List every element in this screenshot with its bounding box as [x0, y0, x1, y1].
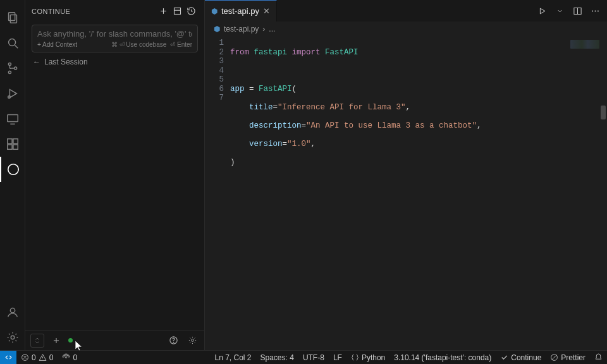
breadcrumb-sep: › [262, 25, 265, 33]
check-icon [500, 353, 508, 361]
cursor-position[interactable]: Ln 7, Col 2 [210, 351, 255, 364]
breadcrumb[interactable]: ⬢ test-api.py › ... [205, 22, 607, 36]
breadcrumb-more: ... [269, 25, 275, 33]
continue-sidebar: CONTINUE + Add Context ⌘ ⏎ Use codebase … [25, 0, 205, 350]
toggle-fullscreen-icon[interactable] [170, 4, 184, 18]
editor-body[interactable]: 1 2 3 4 5 6 7 from fastapi import FastAP… [205, 36, 607, 350]
svg-rect-1 [10, 15, 16, 23]
problems-item[interactable]: 0 0 [16, 351, 58, 364]
help-icon[interactable] [166, 334, 180, 348]
notifications-icon[interactable] [590, 351, 607, 364]
chat-input[interactable] [37, 29, 192, 39]
svg-marker-7 [9, 90, 16, 98]
svg-point-2 [8, 39, 15, 46]
language-mode[interactable]: Python [346, 351, 389, 364]
run-dropdown-icon[interactable] [553, 4, 567, 18]
extensions-icon[interactable] [0, 131, 25, 157]
accounts-icon[interactable] [0, 300, 25, 325]
prettier-status[interactable]: Prettier [546, 351, 590, 364]
encoding[interactable]: UTF-8 [298, 351, 329, 364]
breadcrumb-file: test-api.py [224, 25, 259, 33]
broadcast-icon [62, 353, 70, 361]
svg-point-16 [11, 336, 15, 339]
svg-rect-0 [8, 13, 15, 21]
svg-line-22 [191, 11, 192, 12]
add-context-button[interactable]: + Add Context [37, 41, 77, 48]
tab-bar: ⬢ test-api.py ✕ [205, 0, 607, 22]
svg-point-38 [66, 356, 67, 358]
svg-point-32 [594, 10, 596, 11]
python-interpreter[interactable]: 3.10.14 ('fastapi-test': conda) [389, 351, 496, 364]
hint-codebase: ⌘ ⏎ Use codebase [111, 41, 167, 48]
add-model-icon[interactable] [49, 334, 63, 348]
run-icon[interactable] [535, 4, 549, 18]
more-icon[interactable] [588, 4, 602, 18]
svg-point-15 [10, 308, 15, 313]
error-icon [21, 353, 29, 361]
ports-item[interactable]: 0 [58, 351, 82, 364]
history-icon[interactable] [184, 4, 198, 18]
continue-status[interactable]: Continue [496, 351, 546, 364]
model-selector[interactable] [30, 334, 44, 348]
svg-rect-14 [13, 145, 17, 149]
svg-point-5 [8, 71, 11, 73]
chevron-updown-icon [34, 337, 41, 344]
close-icon[interactable]: ✕ [263, 6, 270, 16]
scrollbar-thumb[interactable] [601, 106, 606, 119]
chat-input-box[interactable]: + Add Context ⌘ ⏎ Use codebase ⏎ Enter [32, 25, 198, 52]
svg-line-3 [15, 46, 18, 49]
settings-gear-icon[interactable] [0, 325, 25, 350]
status-bar: 0 0 0 Ln 7, Col 2 Spaces: 4 UTF-8 LF Pyt… [0, 350, 607, 364]
explorer-icon[interactable] [0, 5, 25, 30]
svg-point-27 [191, 339, 193, 342]
minimap[interactable] [570, 40, 599, 49]
gear-icon[interactable] [185, 334, 199, 348]
activity-bar [0, 0, 25, 350]
svg-point-6 [14, 67, 16, 70]
line-gutter: 1 2 3 4 5 6 7 [205, 36, 230, 350]
svg-point-31 [592, 10, 593, 11]
remote-explorer-icon[interactable] [0, 106, 25, 131]
svg-point-33 [597, 10, 598, 11]
new-chat-icon[interactable] [156, 4, 170, 18]
svg-rect-19 [174, 8, 180, 15]
svg-point-26 [173, 342, 174, 343]
svg-marker-28 [540, 8, 545, 14]
run-debug-icon[interactable] [0, 81, 25, 106]
svg-point-8 [8, 96, 10, 99]
arrow-left-icon: ← [33, 58, 40, 66]
status-dot-icon [68, 338, 73, 343]
continue-icon[interactable] [0, 157, 25, 182]
last-session-button[interactable]: ← Last Session [33, 58, 197, 66]
last-session-label: Last Session [44, 58, 88, 66]
python-file-icon: ⬢ [211, 7, 218, 16]
python-file-icon: ⬢ [214, 25, 220, 33]
hint-enter: ⏎ Enter [170, 41, 192, 48]
code-area[interactable]: from fastapi import FastAPI app = FastAP… [230, 36, 607, 350]
braces-icon [351, 353, 359, 361]
remote-indicator[interactable] [0, 351, 16, 364]
eol[interactable]: LF [329, 351, 346, 364]
indentation[interactable]: Spaces: 4 [256, 351, 298, 364]
tab-label: test-api.py [221, 6, 259, 16]
tab-test-api[interactable]: ⬢ test-api.py ✕ [205, 0, 277, 21]
split-editor-icon[interactable] [570, 4, 584, 18]
svg-rect-9 [7, 115, 18, 122]
search-icon[interactable] [0, 30, 25, 56]
svg-line-40 [552, 355, 557, 360]
no-icon [550, 353, 558, 361]
warning-icon [39, 353, 47, 361]
source-control-icon[interactable] [0, 56, 25, 81]
svg-point-4 [8, 63, 11, 66]
svg-rect-12 [13, 139, 17, 143]
svg-rect-11 [7, 139, 11, 143]
sidebar-title: CONTINUE [32, 8, 156, 15]
editor: ⬢ test-api.py ✕ ⬢ test-api.py › ... 1 2 … [205, 0, 607, 350]
svg-rect-13 [7, 145, 11, 149]
